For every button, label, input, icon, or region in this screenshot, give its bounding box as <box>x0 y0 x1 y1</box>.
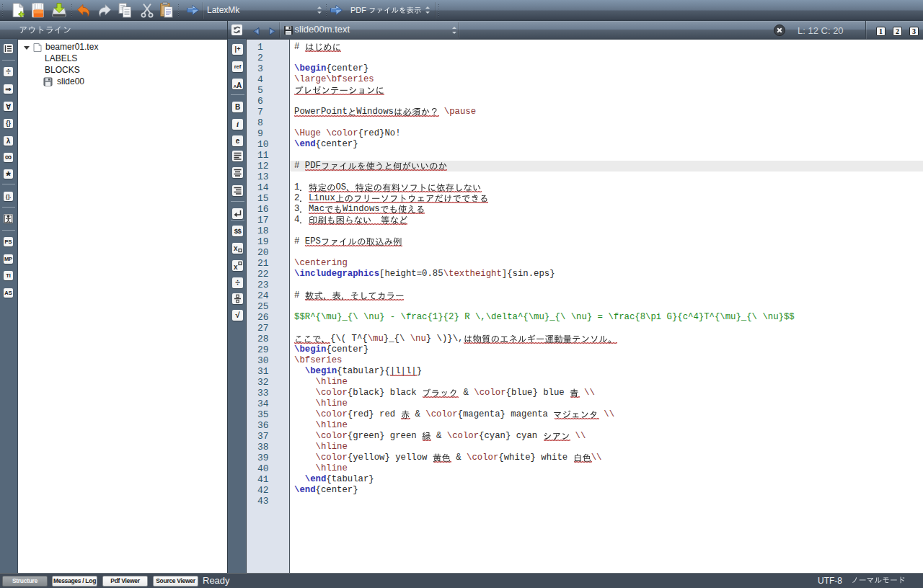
svg-text:x: x <box>234 244 238 252</box>
svg-text:x: x <box>234 263 238 271</box>
